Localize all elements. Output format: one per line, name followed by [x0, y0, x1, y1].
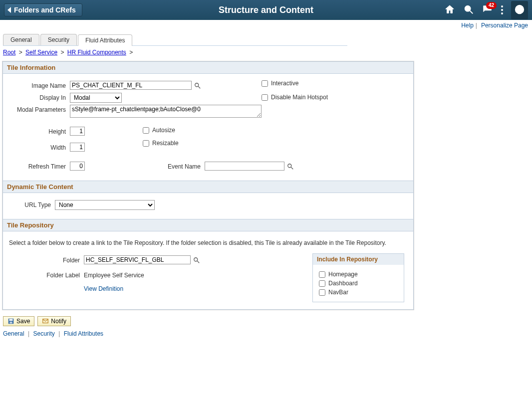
modal-parameters-input[interactable]: sStyle@frame-pt_chatclientpage;bAutoClos… [70, 105, 262, 118]
navbar-icon[interactable] [511, 1, 528, 19]
image-name-input[interactable] [70, 81, 192, 90]
refresh-timer-input[interactable] [70, 162, 85, 171]
section-dynamic: URL Type None [2, 193, 414, 219]
folder-lookup-icon[interactable] [193, 256, 201, 264]
url-type-select[interactable]: None [55, 200, 155, 210]
label-event-name: Event Name [85, 162, 205, 172]
breadcrumb-root[interactable]: Root [3, 49, 15, 56]
breadcrumb-self-service[interactable]: Self Service [25, 49, 57, 56]
breadcrumb: Root > Self Service > HR Fluid Component… [3, 49, 529, 56]
label-resizable: Resizable [152, 140, 179, 147]
bottom-link-security[interactable]: Security [33, 330, 55, 337]
search-icon[interactable] [463, 4, 474, 16]
notify-button[interactable]: Notify [37, 316, 71, 326]
actions-menu-icon[interactable] [501, 5, 503, 14]
notifications-icon[interactable]: 42 [482, 4, 493, 16]
section-repository: Select a folder below to create a link t… [2, 231, 414, 310]
label-dashboard: Dashboard [328, 280, 358, 287]
svg-line-8 [197, 261, 199, 263]
interactive-checkbox[interactable] [262, 80, 268, 87]
chevron-left-icon [7, 7, 11, 13]
dashboard-checkbox[interactable] [319, 280, 325, 287]
svg-point-7 [194, 258, 198, 261]
display-in-select[interactable]: Modal [70, 93, 122, 103]
tab-fluid-attributes[interactable]: Fluid Attributes [78, 34, 132, 46]
event-name-input[interactable] [205, 162, 284, 171]
svg-line-4 [198, 86, 200, 88]
breadcrumb-hr-fluid[interactable]: HR Fluid Components [67, 49, 126, 56]
button-bar: Save Notify [3, 316, 529, 326]
view-definition-link[interactable]: View Definition [84, 285, 123, 292]
svg-rect-11 [9, 322, 12, 324]
section-repository-header: Tile Repository [2, 219, 414, 231]
label-height: Height [8, 127, 70, 137]
save-icon [7, 318, 14, 325]
resizable-checkbox[interactable] [143, 140, 149, 147]
navbar-checkbox[interactable] [319, 289, 325, 296]
label-url-type: URL Type [8, 200, 55, 210]
folder-input[interactable] [84, 255, 191, 264]
include-in-repository-box: Include In Repository Homepage Dashboard… [312, 253, 404, 302]
tab-strip: General Security Fluid Attributes [3, 34, 347, 46]
svg-rect-10 [9, 319, 13, 321]
bottom-link-general[interactable]: General [3, 330, 24, 337]
height-input[interactable] [70, 127, 85, 136]
label-width: Width [8, 143, 70, 153]
label-homepage: Homepage [328, 271, 358, 278]
top-links: Help | Personalize Page [0, 20, 532, 31]
notify-icon [42, 318, 49, 325]
svg-point-0 [465, 5, 471, 11]
help-link[interactable]: Help [461, 22, 474, 29]
svg-line-1 [470, 10, 473, 13]
back-button[interactable]: Folders and CRefs [4, 3, 82, 16]
tab-general[interactable]: General [3, 34, 39, 45]
width-input[interactable] [70, 143, 85, 152]
personalize-link[interactable]: Personalize Page [481, 22, 528, 29]
include-in-repository-header: Include In Repository [313, 254, 404, 265]
svg-line-6 [291, 167, 293, 169]
homepage-checkbox[interactable] [319, 271, 325, 278]
section-tile-information-header: Tile Information [2, 61, 414, 74]
label-modal-parameters: Modal Parameters [8, 105, 70, 115]
page-title: Structure and Content [219, 5, 313, 15]
app-header: Folders and CRefs Structure and Content … [0, 0, 532, 20]
section-dynamic-header: Dynamic Tile Content [2, 181, 414, 193]
svg-point-5 [288, 164, 291, 168]
label-folder: Folder [8, 255, 84, 265]
repository-description: Select a folder below to create a link t… [9, 239, 407, 246]
back-button-label: Folders and CRefs [14, 6, 76, 14]
save-button[interactable]: Save [3, 316, 34, 326]
home-icon[interactable] [444, 4, 455, 16]
autosize-checkbox[interactable] [143, 127, 149, 134]
event-name-lookup-icon[interactable] [286, 163, 294, 171]
label-display-in: Display In [8, 93, 70, 103]
image-name-lookup-icon[interactable] [194, 82, 202, 90]
label-autosize: Autosize [152, 127, 175, 134]
label-interactive: Interactive [271, 80, 298, 87]
svg-point-3 [195, 83, 199, 87]
label-image-name: Image Name [8, 81, 70, 91]
content-frame: Tile Information Image Name Display In M… [2, 61, 414, 310]
section-tile-information: Image Name Display In Modal Modal Parame… [2, 74, 414, 181]
label-navbar: NavBar [328, 289, 348, 296]
label-refresh-timer: Refresh Timer [8, 162, 70, 172]
disable-hotspot-checkbox[interactable] [262, 94, 268, 101]
folder-label-value: Employee Self Service [84, 270, 144, 280]
tab-security[interactable]: Security [40, 34, 77, 45]
bottom-links: General | Security | Fluid Attributes [3, 330, 529, 337]
notifications-badge: 42 [486, 2, 497, 9]
bottom-link-fluid[interactable]: Fluid Attributes [64, 330, 103, 337]
label-disable-hotspot: Disable Main Hotspot [271, 94, 328, 101]
label-folder-label: Folder Label [8, 270, 84, 280]
